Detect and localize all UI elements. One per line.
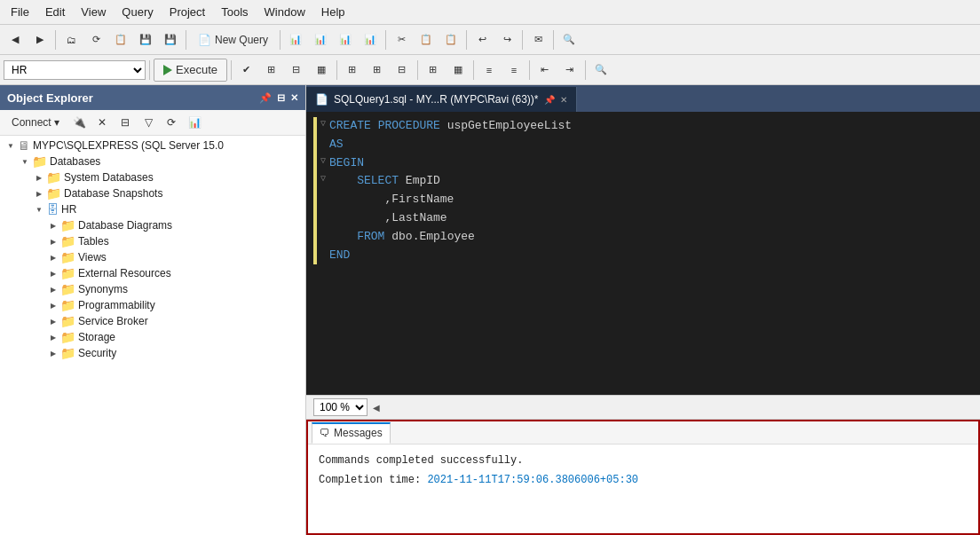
oe-filter-btn[interactable]: 🔌 [69,113,89,132]
scroll-left-btn[interactable]: ◀ [373,403,380,413]
tb-btn-b[interactable]: ⊞ [366,59,389,82]
tree-tables-node[interactable]: ▶ 📁 Tables [0,233,305,249]
tb-btn-g[interactable]: ≡ [502,59,526,82]
tree-service-broker-node[interactable]: ▶ 📁 Service Broker [0,313,305,329]
execute-button[interactable]: Execute [154,59,227,82]
tab-close-btn[interactable]: ✕ [560,95,567,105]
tree-external-resources-node[interactable]: ▶ 📁 External Resources [0,265,305,281]
tb-btn-j[interactable]: 🔍 [589,59,612,82]
code-line-6: ,LastName [306,209,980,228]
diagrams-expander[interactable]: ▶ [46,218,60,232]
forward-btn[interactable]: ▶ [28,28,51,51]
tree-diagrams-node[interactable]: ▶ 📁 Database Diagrams [0,217,305,233]
gutter-3[interactable]: ▽ [317,154,329,169]
sql-query-tab[interactable]: 📄 SQLQuery1.sql - MY...R (MYPC\Ravi (63)… [306,87,577,112]
new-query-button[interactable]: 📄 New Query [190,28,276,51]
tb-btn-3[interactable]: 🗂 [59,28,83,51]
tb-mdx[interactable]: 📊 [284,28,307,51]
copy-btn[interactable]: 📋 [415,28,438,51]
hr-db-icon: 🗄 [46,202,59,216]
tb-btn-i[interactable]: ⇥ [558,59,581,82]
oe-pin2-icon[interactable]: ⊟ [277,92,285,104]
tb-grid-btn1[interactable]: ⊞ [260,59,283,82]
system-db-expander[interactable]: ▶ [32,170,46,185]
tree-programmability-node[interactable]: ▶ 📁 Programmability [0,297,305,313]
menu-query[interactable]: Query [115,4,160,20]
cut-btn[interactable]: ✂ [390,28,413,51]
messages-tab[interactable]: 🗨 Messages [312,422,391,444]
toolbar1: ◀ ▶ 🗂 ⟳ 📋 💾 💾 📄 New Query 📊 📊 📊 📊 ✂ 📋 📋 … [0,25,980,55]
synonyms-expander[interactable]: ▶ [46,282,60,296]
storage-expander[interactable]: ▶ [46,330,60,344]
zoom-selector[interactable]: 100 % [313,398,368,416]
oe-pin-icon[interactable]: 📌 [259,92,272,104]
back-btn[interactable]: ◀ [4,28,27,51]
tb-grid-btn3[interactable]: ▦ [310,59,333,82]
databases-label: Databases [50,155,100,168]
tb-dmx[interactable]: 📊 [309,28,332,51]
email-btn[interactable]: ✉ [526,28,549,51]
tb-btn-h[interactable]: ⇤ [533,59,557,82]
tree-hr-node[interactable]: ▼ 🗄 HR [0,201,305,217]
views-expander[interactable]: ▶ [46,250,60,264]
tb-btn-d[interactable]: ⊞ [422,59,445,82]
undo-btn[interactable]: ↩ [470,28,494,51]
security-label: Security [78,347,116,359]
tb-btn-f[interactable]: ≡ [478,59,501,82]
tb-btn-6[interactable]: 💾 [134,28,157,51]
messages-success-text: Commands completed successfully. [319,454,523,467]
tb-btn-4[interactable]: ⟳ [84,28,107,51]
tb-btn-5[interactable]: 📋 [109,28,132,51]
databases-expander[interactable]: ▼ [18,154,32,169]
tb-btn-7[interactable]: 💾 [159,28,182,51]
tb-btn-c[interactable]: ⊟ [391,59,414,82]
tb-grid-btn2[interactable]: ⊟ [285,59,308,82]
oe-report-btn[interactable]: 📊 [185,113,204,132]
tree-views-node[interactable]: ▶ 📁 Views [0,249,305,265]
programmability-expander[interactable]: ▶ [46,298,60,312]
tb-btn-a[interactable]: ⊞ [341,59,364,82]
menu-project[interactable]: Project [162,4,212,20]
menu-view[interactable]: View [74,4,113,20]
tree-server-node[interactable]: ▼ 🖥 MYPC\SQLEXPRESS (SQL Server 15.0 [0,138,305,153]
menu-edit[interactable]: Edit [38,4,72,20]
tables-expander[interactable]: ▶ [46,234,60,248]
paste-btn[interactable]: 📋 [439,28,462,51]
oe-filter2-btn[interactable]: ▽ [138,113,158,132]
tree-synonyms-node[interactable]: ▶ 📁 Synonyms [0,281,305,297]
tree-security-node[interactable]: ▶ 📁 Security [0,345,305,361]
tree-snapshots-node[interactable]: ▶ 📁 Database Snapshots [0,185,305,201]
oe-collapse-btn[interactable]: ⊟ [115,113,135,132]
menu-tools[interactable]: Tools [214,4,255,20]
gutter-4[interactable]: ▽ [317,172,329,186]
views-label: Views [78,251,107,264]
redo-btn[interactable]: ↪ [495,28,518,51]
external-resources-expander[interactable]: ▶ [46,266,60,280]
tree-storage-node[interactable]: ▶ 📁 Storage [0,329,305,345]
tb-btn-e[interactable]: ▦ [447,59,470,82]
tree-system-db-node[interactable]: ▶ 📁 System Databases [0,169,305,185]
hr-expander[interactable]: ▼ [32,202,46,216]
database-selector[interactable]: HR [4,60,146,80]
gutter-1[interactable]: ▽ [317,117,329,131]
toolbar2: HR Execute ✔ ⊞ ⊟ ▦ ⊞ ⊞ ⊟ ⊞ ▦ ≡ ≡ ⇤ ⇥ 🔍 [0,55,980,85]
search-btn[interactable]: 🔍 [557,28,581,51]
menu-help[interactable]: Help [314,4,352,20]
views-icon: 📁 [60,250,75,264]
oe-close-icon[interactable]: ✕ [290,92,298,104]
menu-window[interactable]: Window [257,4,312,20]
server-expander[interactable]: ▼ [4,138,18,153]
code-editor[interactable]: ▽ CREATE PROCEDURE uspGetEmployeeList AS… [306,112,980,395]
service-broker-expander[interactable]: ▶ [46,314,60,328]
menu-file[interactable]: File [4,4,36,20]
oe-disconnect-btn[interactable]: ✕ [92,113,112,132]
snapshots-expander[interactable]: ▶ [32,186,46,201]
diagrams-icon: 📁 [60,218,75,232]
connect-button[interactable]: Connect ▾ [5,113,66,132]
check-btn[interactable]: ✔ [235,59,258,82]
tb-dax[interactable]: 📊 [359,28,382,51]
tree-databases-node[interactable]: ▼ 📁 Databases [0,153,305,169]
tb-xmla[interactable]: 📊 [334,28,357,51]
security-expander[interactable]: ▶ [46,346,60,360]
oe-refresh-btn[interactable]: ⟳ [162,113,181,132]
